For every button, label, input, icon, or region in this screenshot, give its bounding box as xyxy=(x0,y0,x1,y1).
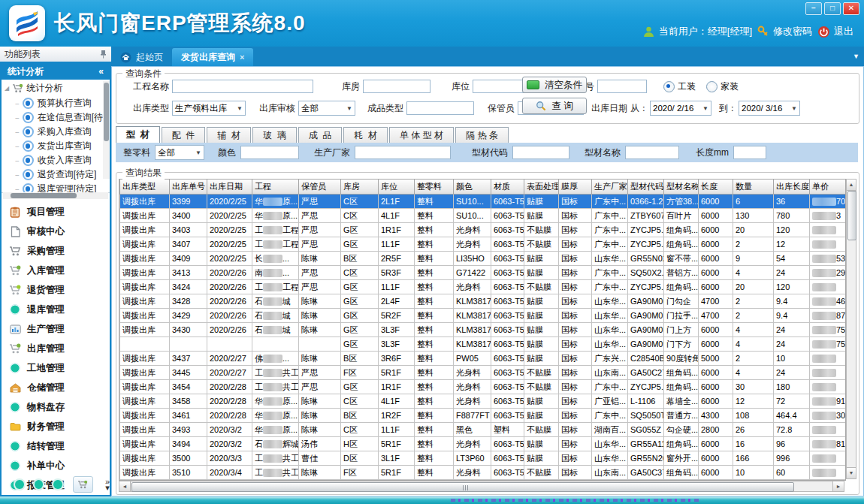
column-header-材质[interactable]: 材质 xyxy=(491,180,524,195)
color-input[interactable] xyxy=(240,146,299,159)
column-header-工程[interactable]: 工程 xyxy=(252,180,299,195)
close-button[interactable]: ✕ xyxy=(843,2,859,15)
sidebar-item-退货管理[interactable]: 退货管理 xyxy=(2,280,110,300)
tree-item-发货出库查询[interactable]: --发货出库查询 xyxy=(2,139,110,153)
column-header-库位[interactable]: 库位 xyxy=(379,180,415,195)
material-tab-成品[interactable]: 成 品 xyxy=(298,127,343,143)
sidebar-item-生产管理[interactable]: 生产管理 xyxy=(2,319,110,339)
expander-icon[interactable]: ◢ xyxy=(5,85,9,92)
column-header-出库长度[interactable]: 出库长度 xyxy=(774,180,810,195)
radio-gongzhuang[interactable]: 工装 xyxy=(663,80,696,93)
column-header-单价[interactable]: 单价 xyxy=(810,180,847,195)
material-tab-耗材[interactable]: 耗 材 xyxy=(343,127,388,143)
date-from-picker[interactable]: 2020/ 2/16▼ xyxy=(650,101,711,116)
table-row[interactable]: 调拨出库34032020/2/25工工程严思G区1R1F整料光身料6063-T5… xyxy=(120,223,847,237)
change-password-button[interactable]: 修改密码 xyxy=(757,25,812,38)
column-header-数量[interactable]: 数量 xyxy=(733,180,774,195)
table-row[interactable]: 调拨出库34932020/3/2华原...陈琳C区1L1F整料黑色塑料不贴膜国标… xyxy=(120,423,847,437)
tree-item-预算执行查询[interactable]: --预算执行查询 xyxy=(2,96,110,110)
sidebar-item-审核中心[interactable]: 审核中心 xyxy=(2,222,110,241)
sidebar-item-结转管理[interactable]: 结转管理 xyxy=(2,436,110,456)
table-row[interactable]: 调拨出库34072020/2/25工工程严思G区1L1F整料光身料6063-T5… xyxy=(120,237,847,252)
tree-item-退库管理[待定][interactable]: --退库管理[待定] xyxy=(2,182,110,193)
material-tab-隔热条[interactable]: 隔 热 条 xyxy=(455,127,509,143)
tree-root-node[interactable]: ◢ 统计分析 xyxy=(2,80,110,96)
column-header-型材代码[interactable]: 型材代码 xyxy=(628,180,664,195)
sidebar-item-入库管理[interactable]: 入库管理 xyxy=(2,261,110,280)
minimize-button[interactable]: − xyxy=(805,2,822,15)
maximize-button[interactable]: □ xyxy=(824,2,841,15)
table-row[interactable]: 调拨出库34942020/3/2石辉城汤伟H区5R1F整料光身料6063-T5贴… xyxy=(120,437,847,451)
material-tab-配件[interactable]: 配 件 xyxy=(162,127,206,143)
table-row[interactable]: 调拨出库34542020/2/28工共工程严思G区1R1F整料光身料6063-T… xyxy=(120,380,847,394)
column-header-膜厚[interactable]: 膜厚 xyxy=(559,180,592,195)
table-row[interactable]: 调拨出库34002020/2/25华原...严思C区4L1F整料SU10...6… xyxy=(120,209,847,223)
sidebar-item-物料盘存[interactable]: 物料盘存 xyxy=(2,397,110,417)
date-to-picker[interactable]: 2020/ 3/16▼ xyxy=(739,101,800,116)
sidebar-item-工地管理[interactable]: 工地管理 xyxy=(2,358,110,378)
table-row[interactable]: 调拨出库34582020/2/28华原...陈琳C区4L1F整料光身料6063-… xyxy=(120,394,847,409)
menu-overflow-button[interactable]: »▾ xyxy=(105,478,110,490)
column-header-出库单号[interactable]: 出库单号 xyxy=(170,180,207,195)
maker-input[interactable] xyxy=(355,146,451,159)
column-header-出库类型[interactable]: 出库类型 xyxy=(120,180,170,195)
material-tab-单体型材[interactable]: 单 体 型 材 xyxy=(389,127,454,143)
table-row[interactable]: 调拨出库35102020/3/4工共工程陈琳F区5R1F整料光身料6063-T5… xyxy=(120,466,847,480)
column-header-表面处理[interactable]: 表面处理 xyxy=(524,180,559,195)
table-vertical-scrollbar[interactable]: ▲ ▼ xyxy=(846,179,856,479)
search-button[interactable]: 查 询 xyxy=(522,98,587,114)
table-row[interactable]: 调拨出库34302020/2/26石城陈琳G区3L3F整料KLM38176063… xyxy=(120,323,847,337)
whole-piece-select[interactable]: 全部▼ xyxy=(155,145,204,160)
sidebar-item-出库管理[interactable]: 出库管理 xyxy=(2,339,110,358)
material-tab-玻璃[interactable]: 玻 璃 xyxy=(252,127,297,143)
profile-code-input[interactable] xyxy=(512,146,569,159)
collapsed-module-icon[interactable] xyxy=(15,480,24,489)
order-no-input[interactable] xyxy=(597,80,647,93)
collapse-panel-button[interactable]: « xyxy=(98,66,104,77)
project-name-input[interactable] xyxy=(172,80,313,93)
table-row[interactable]: 调拨出库34292020/2/26石城陈琳G区5R2F整料KLM38176063… xyxy=(120,309,847,323)
table-row[interactable]: 调拨出库34452020/2/27工共工程严思F区5R1F整料光身料6063-T… xyxy=(120,366,847,380)
column-header-整零料[interactable]: 整零料 xyxy=(415,180,454,195)
column-header-颜色[interactable]: 颜色 xyxy=(454,180,491,195)
sidebar-item-补单中心[interactable]: 补单中心 xyxy=(2,456,110,475)
tab-close-icon[interactable]: × xyxy=(240,53,244,62)
tree-item-采购入库查询[interactable]: --采购入库查询 xyxy=(2,125,110,139)
table-row[interactable]: 调拨出库34612020/2/28华原...陈琳B区1R2F整料F8877FT6… xyxy=(120,409,847,423)
table-row[interactable]: 调拨出库33992020/2/25华原...严思C区2L1F整料SU10...6… xyxy=(120,195,847,209)
audit-select[interactable]: 全部▼ xyxy=(298,101,355,116)
profile-name-input[interactable] xyxy=(625,146,679,159)
tree-horizontal-scrollbar[interactable] xyxy=(3,192,108,199)
table-row[interactable]: 调拨出库34372020/2/27佛...陈琳B区3R6F整料PW056063-… xyxy=(120,352,847,366)
logout-button[interactable]: 退出 xyxy=(817,25,853,38)
clear-conditions-button[interactable]: 清空条件 xyxy=(522,77,587,93)
tab-home[interactable]: 起始页 xyxy=(111,48,172,66)
table-row[interactable]: G区3L3F整料KLM38176063-T5贴膜国标山东华...GA90M09.… xyxy=(120,337,847,352)
tree-item-在途信息查询[待[interactable]: --在途信息查询[待 xyxy=(2,110,110,125)
tab-list-dropdown-icon[interactable]: ▼ xyxy=(853,53,859,60)
product-type-input[interactable] xyxy=(406,101,474,115)
sidebar-item-仓储管理[interactable]: 仓储管理 xyxy=(2,378,110,397)
tree-item-退货查询[待定][interactable]: --退货查询[待定] xyxy=(2,167,110,182)
collapsed-module-icon[interactable] xyxy=(53,480,62,489)
material-tab-型材[interactable]: 型 材 xyxy=(116,126,160,143)
radio-jiazhuang[interactable]: 家装 xyxy=(706,80,739,93)
out-type-select[interactable]: 生产领料出库▼ xyxy=(172,101,246,116)
tree-vertical-scrollbar[interactable] xyxy=(103,81,110,179)
table-row[interactable]: 调拨出库34242020/2/26工工程严思G区1L1F整料光身料6063-T5… xyxy=(120,280,847,294)
sidebar-item-项目管理[interactable]: 项目管理 xyxy=(2,202,110,222)
table-row[interactable]: 调拨出库34282020/2/26石城陈琳G区2L4F整料KLM38176063… xyxy=(120,294,847,309)
column-header-出库日期[interactable]: 出库日期 xyxy=(207,180,252,195)
collapsed-cart-button[interactable] xyxy=(73,476,93,493)
tree-item-收货入库查询[interactable]: --收货入库查询 xyxy=(2,153,110,167)
material-tab-辅材[interactable]: 辅 材 xyxy=(207,127,251,143)
sidebar-item-采购管理[interactable]: 采购管理 xyxy=(2,241,110,261)
column-header-生产厂家[interactable]: 生产厂家 xyxy=(592,180,628,195)
pin-icon[interactable] xyxy=(100,50,107,59)
length-input[interactable] xyxy=(733,146,766,159)
table-row[interactable]: 调拨出库35002020/3/3工共工程曹佳D区3L1F整料LT3P606063… xyxy=(120,451,847,466)
column-header-型材名称[interactable]: 型材名称 xyxy=(664,180,699,195)
warehouse-input[interactable] xyxy=(363,80,430,93)
table-row[interactable]: 调拨出库34132020/2/26南...严思C区5R3F整料G71422606… xyxy=(120,266,847,280)
collapsed-module-icon[interactable] xyxy=(35,480,44,489)
